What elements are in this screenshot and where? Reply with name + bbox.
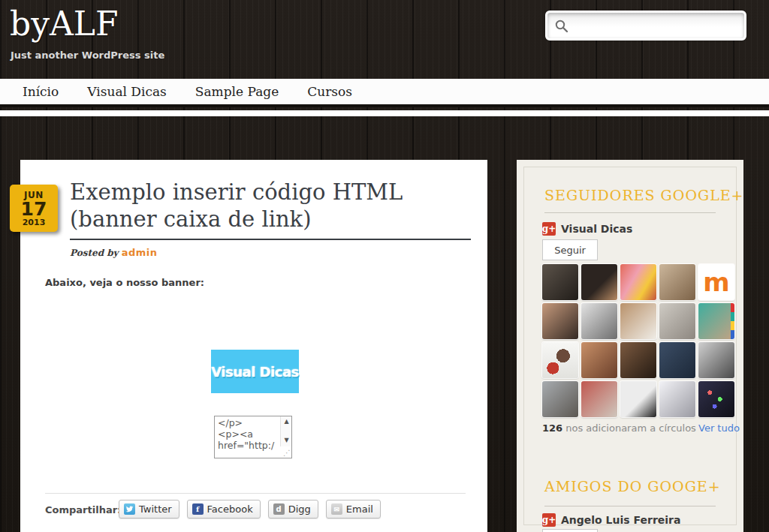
friends-account-row[interactable]: g+ Angelo Luis Ferreira [542,513,680,527]
author-link[interactable]: admin [122,247,158,258]
post-title-line1: Exemplo inserir código HTML [70,179,403,205]
follower-avatar-15[interactable] [698,342,734,378]
share-divider [45,493,466,494]
friends-account-name: Angelo Luis Ferreira [561,514,680,526]
resize-grip-icon[interactable]: ⋰ [282,449,291,458]
friends-widget-title: AMIGOS DO GOOGE+ [544,478,721,494]
widget-divider [544,506,716,506]
share-button-label: Facebook [207,503,253,515]
followers-count-text: nos adicionaram a círculos [562,422,696,434]
followers-count-number: 126 [542,422,562,434]
code-textarea[interactable]: </p> <p><a href="http:/ ▲ ▼ ⋰ [214,416,292,458]
posted-by: Posted by admin [70,247,158,258]
follower-avatar-4[interactable] [659,264,695,300]
share-buttons-row: Twitter f Facebook d Digg ✉ Email [119,500,381,518]
follow-button[interactable]: Seguir [542,529,598,532]
follower-avatar-7[interactable] [581,303,617,339]
followers-count: 126 nos adicionaram a círculos [542,422,696,434]
posted-by-label: Posted by [70,248,122,258]
scroll-up-icon[interactable]: ▲ [281,416,292,426]
follower-avatar-1[interactable] [542,264,578,300]
site-logo[interactable]: byALF [10,5,119,44]
post-date-day: 17 [10,200,58,218]
follower-avatar-3[interactable] [620,264,656,300]
widget-divider [544,212,716,213]
follow-button[interactable]: Seguir [542,239,598,260]
follower-avatar-18[interactable] [620,381,656,417]
follower-avatar-20[interactable] [698,381,734,417]
post-card: JUN 17 2013 Exemplo inserir código HTML … [20,160,487,532]
share-button-label: Digg [288,503,311,515]
follower-avatar-12[interactable] [581,342,617,378]
follower-avatar-14[interactable] [659,342,695,378]
title-underline [70,239,471,240]
digg-icon: d [273,503,285,515]
code-line: </p> [218,417,279,428]
nav-item-sample-page[interactable]: Sample Page [195,84,279,99]
twitter-icon [124,503,135,515]
share-twitter-button[interactable]: Twitter [119,500,179,518]
share-button-label: Twitter [139,503,172,515]
nav-item-cursos[interactable]: Cursos [307,84,352,99]
follower-avatar-13[interactable] [620,342,656,378]
follower-avatar-17[interactable] [581,381,617,417]
follower-avatar-10[interactable] [698,303,734,339]
code-content: </p> <p><a href="http:/ [218,417,279,458]
follower-avatar-5[interactable]: m [698,264,734,300]
share-facebook-button[interactable]: f Facebook [187,500,261,518]
code-line: <p><a [218,428,279,440]
search-icon [554,19,569,34]
main-nav: Início Visual Dicas Sample Page Cursos [0,79,769,107]
header-divider [0,110,769,116]
followers-account-name: Visual Dicas [561,223,632,235]
share-email-button[interactable]: ✉ Email [326,500,381,518]
search-input[interactable] [571,13,740,38]
follower-avatar-16[interactable] [542,381,578,417]
scroll-down-icon[interactable]: ▼ [281,435,292,445]
share-label: Compartilhar: [45,504,121,515]
share-digg-button[interactable]: d Digg [268,500,318,518]
sidebar: SEGUIDORES GOOGLE+ g+ Visual Dicas Segui… [517,160,743,532]
post-title[interactable]: Exemplo inserir código HTML (banner caix… [70,179,479,233]
follower-avatar-6[interactable] [542,303,578,339]
google-plus-icon: g+ [542,222,556,236]
followers-widget-title: SEGUIDORES GOOGLE+ [544,187,744,203]
nav-item-visual-dicas[interactable]: Visual Dicas [87,84,167,99]
visual-dicas-banner[interactable]: Visual Dicas [211,350,299,393]
share-button-label: Email [346,503,373,515]
follower-avatar-9[interactable] [659,303,695,339]
post-title-line2: (banner caixa de link) [70,206,312,232]
nav-item-inicio[interactable]: Início [23,84,59,99]
google-plus-icon: g+ [542,513,556,527]
site-tagline: Just another WordPress site [11,50,164,61]
email-icon: ✉ [331,503,342,515]
followers-avatar-grid: m [542,264,734,417]
facebook-icon: f [192,503,204,515]
follower-avatar-2[interactable] [581,264,617,300]
post-body-text: Abaixo, veja o nosso banner: [45,277,204,288]
post-date-badge: JUN 17 2013 [10,185,58,232]
follower-avatar-19[interactable] [659,381,695,417]
search-box[interactable] [545,11,746,41]
followers-account-row[interactable]: g+ Visual Dicas [542,222,632,236]
textarea-scrollbar[interactable]: ▲ ▼ [280,416,291,446]
code-line: href="http:/ [218,440,279,451]
follower-avatar-11[interactable] [542,342,578,378]
follower-avatar-8[interactable] [620,303,656,339]
see-all-link[interactable]: Ver tudo [698,422,740,434]
post-date-year: 2013 [10,218,58,227]
